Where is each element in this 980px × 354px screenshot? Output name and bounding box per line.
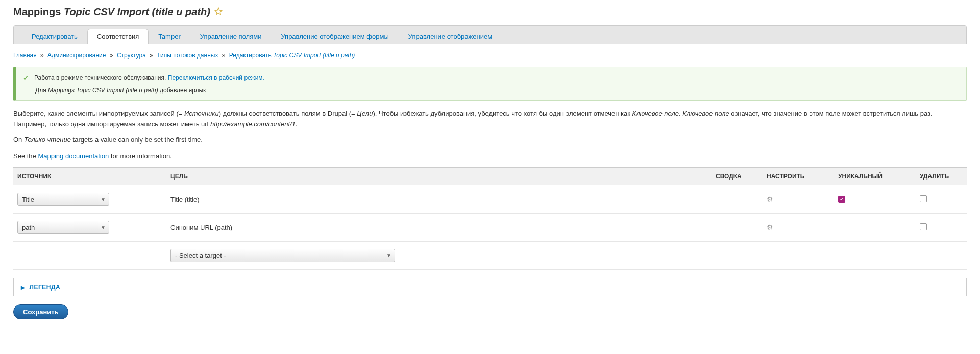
source-select[interactable]: path ▼ <box>17 221 109 234</box>
th-delete: УДАЛИТЬ <box>916 168 967 185</box>
message-text: Работа в режиме технического обслуживани… <box>34 74 166 81</box>
breadcrumb-link[interactable]: Структура <box>117 52 146 59</box>
breadcrumb-current[interactable]: Редактировать Topic CSV Import (title и … <box>229 52 355 59</box>
mapping-row: Title ▼ Title (title) ⚙ <box>13 185 967 214</box>
legend-label: ЛЕГЕНДА <box>30 284 61 291</box>
chevron-down-icon: ▼ <box>101 225 106 230</box>
mapping-doc-link[interactable]: Mapping documentation <box>38 152 109 160</box>
th-configure: НАСТРОИТЬ <box>763 168 834 185</box>
tab-manage-display[interactable]: Управление отображением <box>399 29 502 44</box>
tab-manage-fields[interactable]: Управление полями <box>190 29 272 44</box>
breadcrumb-sep: » <box>40 52 44 59</box>
tab-tamper[interactable]: Tamper <box>149 29 190 44</box>
breadcrumb-link[interactable]: Администрирование <box>47 52 106 59</box>
breadcrumb: Главная » Администрирование » Структура … <box>13 52 967 59</box>
page-title: Mappings Topic CSV Import (title и path) <box>13 6 210 18</box>
breadcrumb-sep: » <box>150 52 153 59</box>
switch-mode-link[interactable]: Переключиться в рабочий режим. <box>168 74 264 81</box>
th-summary: СВОДКА <box>712 168 763 185</box>
th-source: ИСТОЧНИК <box>13 168 166 185</box>
add-mapping-row: - Select a target - ▼ <box>13 242 967 270</box>
add-target-select[interactable]: - Select a target - ▼ <box>170 249 395 262</box>
page-title-wrap: Mappings Topic CSV Import (title и path) <box>13 6 967 18</box>
star-icon[interactable] <box>214 7 223 17</box>
status-messages: ✓ Работа в режиме технического обслужива… <box>13 67 967 101</box>
mapping-row: path ▼ Синоним URL (path) ⚙ <box>13 214 967 242</box>
intro-paragraph-1: Выберите, какие элементы импортируемых з… <box>13 109 967 129</box>
tab-edit[interactable]: Редактировать <box>22 29 87 44</box>
mapping-table: ИСТОЧНИК ЦЕЛЬ СВОДКА НАСТРОИТЬ УНИКАЛЬНЫ… <box>13 167 967 270</box>
gear-icon[interactable]: ⚙ <box>767 195 773 203</box>
triangle-right-icon: ▶ <box>21 285 26 290</box>
check-icon: ✓ <box>23 74 29 82</box>
delete-checkbox[interactable] <box>920 195 927 202</box>
unique-checkbox[interactable] <box>838 196 845 203</box>
breadcrumb-link[interactable]: Главная <box>13 52 37 59</box>
target-cell: Title (title) <box>166 185 712 214</box>
message-maintenance: ✓ Работа в режиме технического обслужива… <box>23 74 959 82</box>
page-title-prefix: Mappings <box>13 6 61 17</box>
th-target: ЦЕЛЬ <box>166 168 712 185</box>
target-cell: Синоним URL (path) <box>166 214 712 242</box>
gear-icon[interactable]: ⚙ <box>767 223 773 231</box>
message-shortcut: Для Mappings Topic CSV Import (title и p… <box>23 87 959 94</box>
breadcrumb-sep: » <box>110 52 113 59</box>
tab-manage-form-display[interactable]: Управление отображением формы <box>271 29 398 44</box>
legend-fieldset[interactable]: ▶ ЛЕГЕНДА <box>13 278 967 296</box>
breadcrumb-link[interactable]: Типы потоков данных <box>157 52 218 59</box>
save-button[interactable]: Сохранить <box>13 304 68 319</box>
th-unique: УНИКАЛЬНЫЙ <box>834 168 916 185</box>
chevron-down-icon: ▼ <box>386 253 391 258</box>
intro-paragraph-3: See the Mapping documentation for more i… <box>13 151 967 161</box>
chevron-down-icon: ▼ <box>101 197 106 202</box>
intro-paragraph-2: On Только чтение targets a value can onl… <box>13 135 967 145</box>
tabs-bar: Редактировать Соответствия Tamper Управл… <box>13 25 967 44</box>
breadcrumb-sep: » <box>222 52 226 59</box>
delete-checkbox[interactable] <box>920 223 927 230</box>
source-select[interactable]: Title ▼ <box>17 193 109 206</box>
tab-mapping[interactable]: Соответствия <box>87 29 149 44</box>
page-title-italic: Topic CSV Import (title и path) <box>64 6 210 17</box>
